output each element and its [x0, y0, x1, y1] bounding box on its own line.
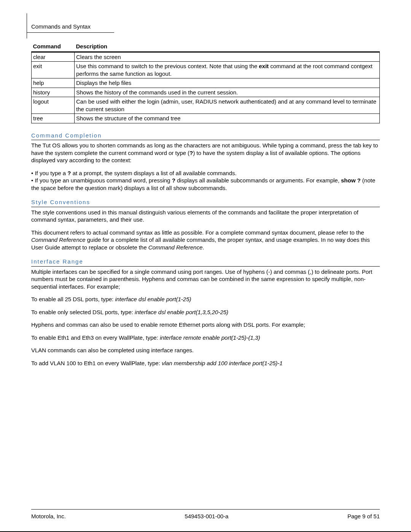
footer-company: Motorola, Inc. [31, 513, 66, 520]
cell-command: history [32, 88, 75, 97]
section-heading-interface-range: Interface Range [31, 258, 380, 267]
text: displays all available subcommands or ar… [175, 177, 341, 184]
text: This document refers to actual command s… [31, 229, 364, 236]
page-content: Command Description clear Clears the scr… [0, 0, 411, 367]
cell-description: Shows the structure of the command tree [75, 114, 380, 123]
italic-text: Command Reference [148, 244, 203, 251]
text: To enable all 25 DSL ports, type: [31, 296, 115, 302]
table-row: tree Shows the structure of the command … [32, 114, 380, 123]
table-row: help Displays the help files [32, 78, 380, 88]
text: Use this command to switch to the previo… [76, 63, 259, 69]
text: To add VLAN 100 to Eth1 on every WallPla… [31, 360, 162, 366]
cell-command: logout [32, 97, 75, 114]
footer-page-number: Page 9 of 51 [347, 513, 380, 520]
table-row: clear Clears the screen [32, 52, 380, 62]
section-heading-style-conventions: Style Conventions [31, 198, 380, 207]
bold-text: ? [190, 150, 193, 156]
paragraph: To enable only selected DSL ports, type:… [31, 308, 380, 316]
page: Commands and Syntax Command Description … [0, 0, 411, 532]
paragraph: VLAN commands can also be completed usin… [31, 347, 380, 354]
table-row: exit Use this command to switch to the p… [32, 62, 380, 78]
paragraph: To enable Eth1 and Eth3 on every WallPla… [31, 334, 380, 342]
cell-description: Use this command to switch to the previo… [75, 62, 380, 78]
table-header-row: Command Description [32, 42, 380, 52]
text: • If you type an unambiguous command wor… [31, 177, 172, 184]
bullet-item: • If you type an unambiguous command wor… [31, 177, 380, 192]
table-row: logout Can be used with either the login… [32, 97, 380, 114]
cell-command: tree [32, 114, 75, 123]
cell-description: Can be used with either the login (admin… [75, 97, 380, 114]
paragraph: Hyphens and commas can also be used to e… [31, 321, 380, 329]
cell-command: help [32, 78, 75, 88]
col-header-command: Command [32, 42, 75, 52]
table-row: history Shows the history of the command… [32, 88, 380, 97]
footer-doc-id: 549453-001-00-a [185, 513, 228, 520]
header-rule-horizontal [27, 32, 114, 33]
col-header-description: Description [75, 42, 380, 52]
cell-description: Displays the help files [75, 78, 380, 88]
header-rule-vertical [27, 13, 27, 38]
text: • If you type a [31, 170, 67, 176]
bold-text: show ? [341, 177, 361, 184]
text: at a prompt, the system displays a list … [71, 170, 236, 176]
cell-description: Shows the history of the commands used i… [75, 88, 380, 97]
command-table: Command Description clear Clears the scr… [31, 42, 380, 123]
paragraph: The Tut OS allows you to shorten command… [31, 142, 380, 164]
bold-text: ? [172, 177, 175, 184]
italic-text: interface remote enable port(1-25)-(1,3) [160, 334, 260, 341]
italic-text: interface dsl enable port(1,3,5,20-25) [135, 309, 228, 315]
page-footer: Motorola, Inc. 549453-001-00-a Page 9 of… [31, 509, 380, 520]
paragraph: Multiple interfaces can be specified for… [31, 268, 380, 291]
italic-text: Command Reference [31, 236, 86, 243]
cell-command: exit [32, 62, 75, 78]
bullet-item: • If you type a ? at a prompt, the syste… [31, 169, 380, 177]
page-header-title: Commands and Syntax [31, 23, 91, 30]
bullet-list: • If you type a ? at a prompt, the syste… [31, 169, 380, 192]
cell-command: clear [32, 52, 75, 62]
cell-description: Clears the screen [75, 52, 380, 62]
text: To enable Eth1 and Eth3 on every WallPla… [31, 334, 160, 341]
italic-text: vlan membership add 100 interface port(1… [162, 360, 283, 366]
text: . [202, 244, 204, 251]
italic-text: interface dsl enable port(1-25) [115, 296, 191, 302]
paragraph: This document refers to actual command s… [31, 229, 380, 251]
paragraph: The style conventions used in this manua… [31, 209, 380, 224]
paragraph: To add VLAN 100 to Eth1 on every WallPla… [31, 359, 380, 367]
text: To enable only selected DSL ports, type: [31, 309, 135, 315]
section-heading-command-completion: Command Completion [31, 132, 380, 141]
bold-text: exit [259, 63, 269, 69]
paragraph: To enable all 25 DSL ports, type: interf… [31, 296, 380, 303]
